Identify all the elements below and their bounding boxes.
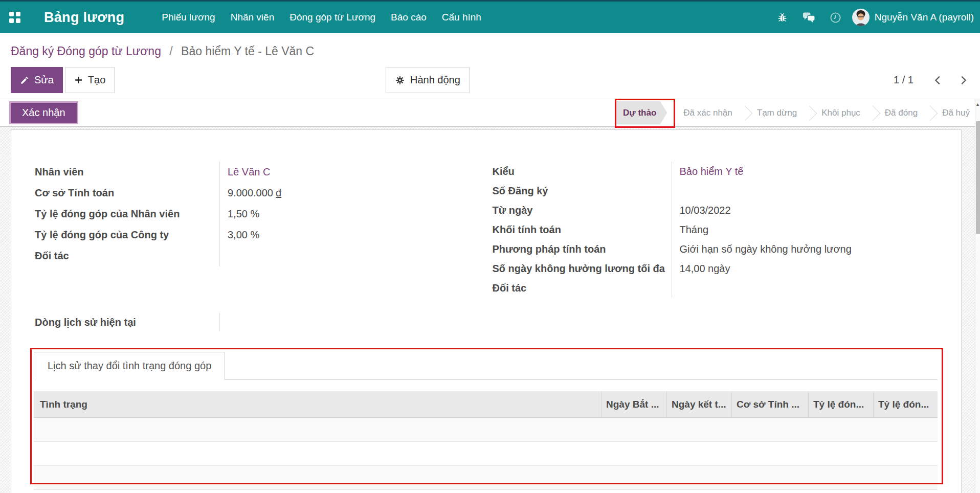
breadcrumb-current: Bảo hiểm Y tế - Lê Văn C xyxy=(181,44,314,58)
vertical-scrollbar[interactable]: ▲ xyxy=(975,99,980,493)
field-label: Tỷ lệ đóng góp của Nhân viên xyxy=(29,204,220,225)
column-header[interactable]: Tỷ lệ đón... xyxy=(808,391,873,417)
right-field-group: Kiểu Bảo hiểm Y tế Số Đăng ký Từ ngày 10… xyxy=(486,162,944,298)
field-label: Kiểu xyxy=(486,162,672,181)
form-sheet: Nhân viên Lê Văn C Cơ sở Tính toán 9.000… xyxy=(11,129,962,493)
field-value: 10/03/2022 xyxy=(680,205,731,216)
apps-menu-icon[interactable] xyxy=(9,12,20,23)
column-header[interactable]: Tình trạng xyxy=(34,391,601,417)
pencil-icon xyxy=(20,76,29,85)
form-field-row: Nhân viên Lê Văn C xyxy=(29,162,486,183)
pager: 1 / 1 xyxy=(894,74,969,86)
navbar-menu-item[interactable]: Đóng góp từ Lương xyxy=(282,12,383,23)
empty-table-row[interactable] xyxy=(34,466,938,490)
form-field-row: Số ngày không hưởng lương tối đa 14,00 n… xyxy=(486,259,944,278)
action-menu-button[interactable]: Hành động xyxy=(386,67,470,93)
pager-next-icon[interactable] xyxy=(957,75,969,86)
scrollbar-up-arrow[interactable]: ▲ xyxy=(975,99,980,107)
left-field-group: Nhân viên Lê Văn C Cơ sở Tính toán 9.000… xyxy=(29,162,486,298)
field-label: Đối tác xyxy=(486,278,672,298)
list-header: Tình trạngNgày Bắt ...Ngày kết t...Cơ sở… xyxy=(34,391,938,418)
create-button[interactable]: Tạo xyxy=(65,67,115,93)
column-header[interactable]: Ngày kết t... xyxy=(666,391,731,417)
field-value[interactable]: Lê Văn C xyxy=(228,166,270,177)
breadcrumb: Đăng ký Đóng góp từ Lương / Bảo hiểm Y t… xyxy=(0,33,980,61)
edit-button[interactable]: Sửa xyxy=(11,67,63,93)
form-statusbar: Xác nhận Dự thảo Đã xác nhậnTạm dừngKhôi… xyxy=(0,99,980,127)
navbar-menu-item[interactable]: Phiếu lương xyxy=(154,12,222,23)
stage-item[interactable]: Tạm dừng xyxy=(745,99,809,127)
form-field-row: Dòng lịch sử hiện tại xyxy=(29,313,486,331)
field-label: Từ ngày xyxy=(486,200,672,220)
field-value[interactable]: Bảo hiểm Y tế xyxy=(680,166,744,177)
column-header[interactable]: Cơ sở Tính ... xyxy=(731,391,808,417)
field-label: Số Đăng ký xyxy=(486,181,672,200)
form-field-row: Tỷ lệ đóng góp của Nhân viên 1,50 % xyxy=(29,204,486,225)
field-label: Đối tác xyxy=(29,245,220,266)
user-name[interactable]: Nguyễn Văn A (payroll) xyxy=(875,12,974,23)
breadcrumb-parent-link[interactable]: Đăng ký Đóng góp từ Lương xyxy=(11,44,161,58)
field-value: Giới hạn số ngày không hưởng lương xyxy=(680,243,852,255)
odoo-app-window: Bảng lương Phiếu lươngNhân viênĐóng góp … xyxy=(0,0,980,493)
status-pipeline: Dự thảo Đã xác nhậnTạm dừngKhôi phụcĐã đ… xyxy=(616,99,980,126)
navbar-systray: Nguyễn Văn A (payroll) xyxy=(769,9,980,26)
activities-clock-icon[interactable] xyxy=(822,12,849,24)
chat-messages-icon[interactable] xyxy=(796,12,822,23)
top-navbar: Bảng lương Phiếu lươngNhân viênĐóng góp … xyxy=(0,0,980,33)
stage-item[interactable]: Đã đóng xyxy=(873,99,930,127)
tab-contribution-history[interactable]: Lịch sử thay đổi tình trạng đóng góp xyxy=(34,352,225,380)
field-value: 3,00 % xyxy=(228,229,259,240)
field-label: Tỷ lệ đóng góp của Công ty xyxy=(29,225,220,245)
list-body xyxy=(34,418,938,490)
navbar-menu-item[interactable]: Cấu hình xyxy=(434,12,489,23)
pager-count: 1 / 1 xyxy=(894,74,914,86)
navbar-menu-item[interactable]: Nhân viên xyxy=(223,12,282,23)
navbar-menu: Phiếu lươngNhân viênĐóng góp từ LươngBáo… xyxy=(154,2,489,33)
field-label: Cơ sở Tính toán xyxy=(29,183,220,204)
stage-item[interactable]: Đã huỷ xyxy=(930,99,977,127)
form-view-content: Nhân viên Lê Văn C Cơ sở Tính toán 9.000… xyxy=(0,127,980,493)
stage-draft-active[interactable]: Dự thảo xyxy=(616,101,667,125)
field-label: Nhân viên xyxy=(29,162,220,183)
column-header[interactable]: Tỷ lệ đón... xyxy=(873,391,938,417)
scrollbar-thumb[interactable] xyxy=(976,121,980,234)
control-panel: Sửa Tạo Hành động xyxy=(0,61,980,99)
history-line-group: Dòng lịch sử hiện tại xyxy=(29,313,486,331)
field-label: Số ngày không hưởng lương tối đa xyxy=(486,259,672,278)
annotation-box-draft-stage: Dự thảo xyxy=(616,101,667,125)
form-field-row: Đối tác xyxy=(486,278,944,298)
field-label: Khối tính toán xyxy=(486,220,672,239)
gear-icon xyxy=(395,75,405,85)
field-value: 1,50 % xyxy=(228,208,259,219)
stage-item[interactable]: Khôi phục xyxy=(809,99,873,127)
notebook-tabs: Lịch sử thay đổi tình trạng đóng góp xyxy=(34,352,938,380)
breadcrumb-separator: / xyxy=(169,44,172,58)
plus-icon xyxy=(74,76,83,84)
debug-bug-icon[interactable] xyxy=(769,12,796,23)
field-value: 9.000.000 xyxy=(228,187,273,198)
field-groups: Nhân viên Lê Văn C Cơ sở Tính toán 9.000… xyxy=(29,162,944,298)
form-field-row: Khối tính toán Tháng xyxy=(486,220,944,239)
form-field-row: Đối tác xyxy=(29,245,486,266)
form-field-row: Kiểu Bảo hiểm Y tế xyxy=(486,162,944,181)
navbar-menu-item[interactable]: Báo cáo xyxy=(383,12,434,23)
form-field-row: Từ ngày 10/03/2022 xyxy=(486,200,944,220)
stage-item[interactable]: Đã xác nhận xyxy=(675,99,744,127)
field-value: Tháng xyxy=(680,224,709,235)
form-field-row: Phương pháp tính toán Giới hạn số ngày k… xyxy=(486,239,944,259)
app-brand[interactable]: Bảng lương xyxy=(44,10,124,26)
form-field-row: Số Đăng ký xyxy=(486,181,944,200)
history-list-table: Tình trạngNgày Bắt ...Ngày kết t...Cơ sở… xyxy=(34,391,938,490)
form-field-row: Cơ sở Tính toán 9.000.000đ xyxy=(29,183,486,204)
currency-suffix: đ xyxy=(276,187,281,198)
notebook-history-annotated: Lịch sử thay đổi tình trạng đóng góp Tìn… xyxy=(34,352,938,490)
column-header[interactable]: Ngày Bắt ... xyxy=(601,391,666,417)
pager-previous-icon[interactable] xyxy=(932,75,944,86)
empty-table-row[interactable] xyxy=(34,442,938,466)
field-value: 14,00 ngày xyxy=(680,263,730,274)
field-label: Phương pháp tính toán xyxy=(486,239,672,259)
confirm-button[interactable]: Xác nhận xyxy=(9,101,78,124)
empty-table-row[interactable] xyxy=(34,418,938,442)
form-field-row: Tỷ lệ đóng góp của Công ty 3,00 % xyxy=(29,225,486,245)
user-avatar[interactable] xyxy=(852,9,870,26)
